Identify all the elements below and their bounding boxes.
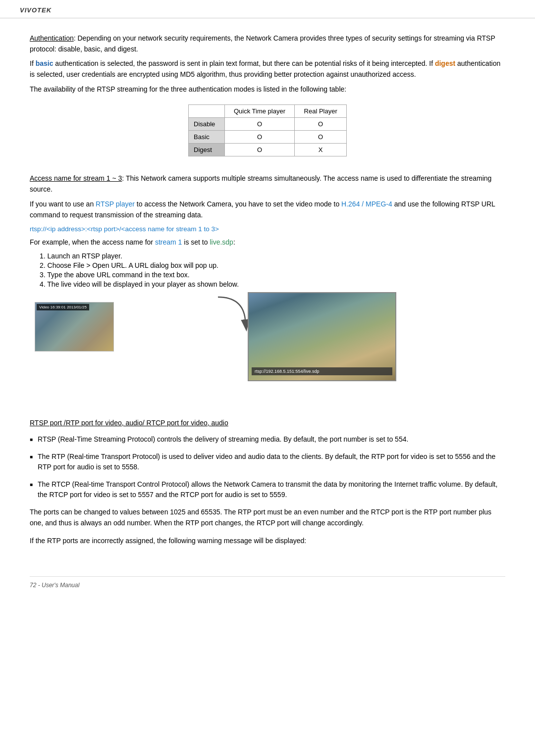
page-footer: 72 - User's Manual: [30, 576, 505, 589]
rtsp-port-title-para: RTSP port /RTP port for video, audio/ RT…: [30, 418, 505, 429]
row-digest-label: Digest: [189, 144, 225, 156]
step-1: 1. Launch an RTSP player.: [40, 252, 505, 260]
auth-table: Quick Time player Real Player Disable O …: [188, 104, 347, 156]
rtsp-port-title: RTSP port /RTP port for video, audio/ RT…: [30, 419, 228, 427]
bullet-rtcp: The RTCP (Real-time Transport Control Pr…: [30, 479, 505, 500]
row-digest-rp: X: [295, 144, 347, 156]
table-col0: [189, 105, 225, 118]
page-content: Authentication: Depending on your networ…: [0, 18, 535, 608]
auth-para1: Authentication: Depending on your networ…: [30, 33, 505, 54]
row-disable-label: Disable: [189, 118, 225, 131]
auth-table-wrapper: Quick Time player Real Player Disable O …: [30, 100, 505, 161]
step-3: 3. Type the above URL command in the tex…: [40, 271, 505, 279]
step-2: 2. Choose File > Open URL. A URL dialog …: [40, 261, 505, 269]
page-number: 72 - User's Manual: [30, 582, 79, 589]
access-section: Access name for stream 1 ~ 3: This Netwo…: [30, 173, 505, 381]
steps-list: 1. Launch an RTSP player. 2. Choose File…: [40, 252, 505, 288]
row-disable-rp: O: [295, 118, 347, 131]
spacer: [30, 388, 505, 418]
table-row: Basic O O: [189, 131, 347, 144]
player-timestamp: Video 16:39:01 2013/01/25: [37, 304, 89, 310]
table-row: Digest O X: [189, 144, 347, 156]
table-col2: Real Player: [295, 105, 347, 118]
access-para1: Access name for stream 1 ~ 3: This Netwo…: [30, 173, 505, 195]
step-4: 4. The live video will be displayed in y…: [40, 280, 505, 288]
auth-para2: If basic authentication is selected, the…: [30, 58, 505, 80]
row-disable-qtp: O: [224, 118, 295, 131]
table-col1: Quick Time player: [224, 105, 295, 118]
auth-intro: : Depending on your network security req…: [30, 34, 495, 53]
row-basic-label: Basic: [189, 131, 225, 144]
rtsp-port-para1: The ports can be changed to values betwe…: [30, 507, 505, 528]
auth-title: Authentication: [30, 34, 74, 42]
brand-label: VIVOTEK: [20, 6, 52, 14]
rtsp-bullet-list: RTSP (Real-Time Streaming Protocol) cont…: [30, 434, 505, 500]
rtsp-port-section: RTSP port /RTP port for video, audio/ RT…: [30, 418, 505, 547]
player-screenshot: rtsp://192.168.5.151:554/live.sdp: [248, 292, 396, 381]
page-header: VIVOTEK: [0, 0, 535, 18]
access-para2: If you want to use an RTSP player to acc…: [30, 199, 505, 220]
bullet-rtp: The RTP (Real-time Transport Protocol) i…: [30, 452, 505, 472]
auth-availability: The availability of the RTSP streaming f…: [30, 84, 505, 95]
row-digest-qtp: O: [224, 144, 295, 156]
auth-section: Authentication: Depending on your networ…: [30, 33, 505, 161]
arrow-indicator: [213, 292, 253, 333]
player-area: Video 16:39:01 2013/01/25: [30, 292, 505, 381]
row-basic-qtp: O: [224, 131, 295, 144]
row-basic-rp: O: [295, 131, 347, 144]
player-url-display: rtsp://192.168.5.151:554/live.sdp: [252, 367, 392, 375]
access-example: For example, when the access name for st…: [30, 237, 505, 248]
table-row: Disable O O: [189, 118, 347, 131]
rtsp-url-line: rtsp://<ip address>:<rtsp port>/<access …: [30, 224, 505, 235]
rtsp-port-para2: If the RTP ports are incorrectly assigne…: [30, 536, 505, 547]
access-title: Access name for stream 1 ~ 3: [30, 174, 122, 182]
bullet-rtsp: RTSP (Real-Time Streaming Protocol) cont…: [30, 434, 505, 445]
